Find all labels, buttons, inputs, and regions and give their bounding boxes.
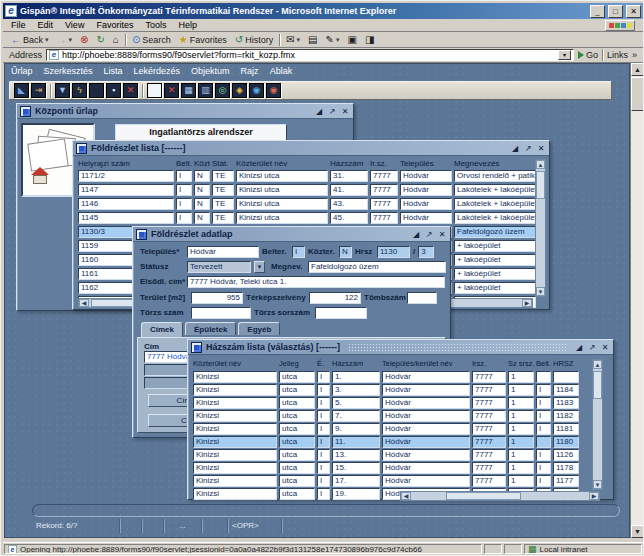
app-menu-szerkesztes[interactable]: Szerkesztés: [44, 66, 93, 76]
run-form-icon[interactable]: ◣: [14, 83, 29, 98]
window-restore-icon[interactable]: ↗: [523, 142, 533, 155]
forward-button[interactable]: → ▾: [55, 34, 75, 45]
window-resize-icon[interactable]: ◢: [314, 105, 324, 118]
address-input[interactable]: e http://phoebe:8889/forms90/f90servlet?…: [46, 49, 574, 61]
window-close-icon[interactable]: ✕: [340, 105, 350, 118]
tab-cimek[interactable]: Címek: [141, 322, 183, 337]
window-resize-icon[interactable]: ◢: [411, 228, 421, 241]
adatlap-titlebar[interactable]: Földrészlet adatlap ◢ ↗ ✕: [133, 227, 450, 242]
minimize-button[interactable]: _: [590, 5, 605, 18]
elsodl-cim-field[interactable]: 7777 Hódvár, Teleki utca 1.: [187, 276, 445, 288]
new-doc-icon[interactable]: [147, 83, 162, 98]
hazszam-table-row[interactable]: Kinizsi utca I 1. Hódvár 7777 1: [193, 371, 581, 383]
app-menu-lista[interactable]: Lista: [104, 66, 123, 76]
delete-record-icon[interactable]: ✕: [123, 83, 138, 98]
window-close-icon[interactable]: ✕: [536, 142, 546, 155]
hazszam-titlebar[interactable]: Házszám lista (választás) [------] ◢ ↗ ✕: [188, 340, 613, 355]
hazszam-table-row[interactable]: Kinizsi utca I 17. Hódvár 7777 1 I 1177: [193, 475, 581, 487]
links-chevron-icon[interactable]: »: [632, 50, 637, 60]
hrsz-alszam-field[interactable]: 3: [418, 246, 434, 258]
hazszam-table-row[interactable]: Kinizsi utca I 5. Hódvár 7777 1 I 1183: [193, 397, 581, 409]
insert-record-icon[interactable]: ▪: [106, 83, 121, 98]
hazszam-vscrollbar[interactable]: ▲▼: [592, 359, 603, 490]
favorites-button[interactable]: ★ Favorites: [177, 34, 229, 45]
foldreszlet-table-row[interactable]: 1145 I N TE Kinizsi utca 45. 7777 Hódvár…: [78, 212, 538, 224]
globe-icon[interactable]: ◉: [266, 83, 281, 98]
foldreszlet-vscrollbar[interactable]: ▲▼: [535, 159, 546, 297]
back-dropdown-icon[interactable]: ▾: [45, 36, 49, 44]
discuss-button[interactable]: ▣: [345, 34, 358, 45]
window-resize-icon[interactable]: ◢: [574, 341, 584, 354]
window-close-icon[interactable]: ✕: [600, 341, 610, 354]
menu-favorites[interactable]: Favorites: [96, 20, 133, 30]
menu-file[interactable]: File: [11, 20, 26, 30]
window-resize-icon[interactable]: ◢: [510, 142, 520, 155]
terkepszelveny-field[interactable]: 122: [309, 292, 361, 304]
search-button[interactable]: ⊙ Search: [130, 34, 173, 45]
enter-query-icon[interactable]: ▼: [55, 83, 70, 98]
forward-dropdown-icon[interactable]: ▾: [69, 36, 73, 44]
print-button[interactable]: ▤: [306, 34, 319, 45]
scroll-up-icon[interactable]: ▲: [631, 63, 644, 76]
history-button[interactable]: ↺ History: [233, 34, 275, 45]
statusz-field[interactable]: Tervezett: [187, 261, 251, 273]
menu-help[interactable]: Help: [178, 20, 197, 30]
hazszam-table-row[interactable]: Kinizsi utca I 9. Hódvár 7777 1 I 1181: [193, 423, 581, 435]
execute-query-icon[interactable]: ϟ: [72, 83, 87, 98]
world-icon[interactable]: ◉: [249, 83, 264, 98]
hazszam-table-row[interactable]: Kinizsi utca I 3. Hódvár 7777 1 I 1184: [193, 384, 581, 396]
torzs-sorszam-field[interactable]: [315, 307, 367, 319]
hazszam-table-row[interactable]: Kinizsi utca I 13. Hódvár 7777 1 I 1126: [193, 449, 581, 461]
window-restore-icon[interactable]: ↗: [424, 228, 434, 241]
list-window-icon[interactable]: ▦: [181, 83, 196, 98]
address-dropdown-icon[interactable]: ▾: [558, 50, 571, 60]
hrsz-field[interactable]: 1130: [377, 246, 410, 258]
remove-doc-icon[interactable]: ✕: [164, 83, 179, 98]
mail-button[interactable]: ✉ ▾: [284, 34, 302, 45]
close-button[interactable]: ✕: [626, 5, 641, 18]
tab-epuletek[interactable]: Épületek: [185, 322, 236, 335]
hazszam-table-row[interactable]: Kinizsi utca I 15. Hódvár 7777 1 I 1178: [193, 462, 581, 474]
hazszam-table-row[interactable]: Kinizsi utca I 11. Hódvár 7777 1 1180: [193, 436, 581, 448]
foldreszlet-table-row[interactable]: 1171/2 I N TE Kinizsi utca 31. 7777 Hódv…: [78, 170, 538, 182]
statusz-dropdown-icon[interactable]: ▼: [254, 261, 265, 273]
foldreszlet-table-row[interactable]: 1146 I N TE Kinizsi utca 43. 7777 Hódvár…: [78, 198, 538, 210]
scrollbar-thumb[interactable]: [631, 77, 644, 111]
app-menu-rajz[interactable]: Rajz: [241, 66, 259, 76]
window-close-icon[interactable]: ✕: [437, 228, 447, 241]
go-button[interactable]: Go: [578, 50, 598, 60]
stop-button[interactable]: ⊗: [78, 34, 90, 45]
menu-tools[interactable]: Tools: [145, 20, 166, 30]
maximize-button[interactable]: □: [608, 5, 623, 18]
window-restore-icon[interactable]: ↗: [587, 341, 597, 354]
foldreszlet-lista-titlebar[interactable]: Földrészlet lista [------] ◢ ↗ ✕: [73, 141, 549, 156]
cancel-query-icon[interactable]: [89, 83, 104, 98]
app-menu-ablak[interactable]: Ablak: [270, 66, 293, 76]
kozponti-titlebar[interactable]: Központi űrlap ◢ ↗ ✕: [17, 104, 353, 119]
window-restore-icon[interactable]: ↗: [327, 105, 337, 118]
zoom-map-icon[interactable]: ◎: [215, 83, 230, 98]
app-menu-urlap[interactable]: Űrlap: [11, 66, 33, 76]
telepules-field[interactable]: Hódvár: [187, 246, 259, 258]
menu-edit[interactable]: Edit: [38, 20, 54, 30]
messenger-button[interactable]: ◨: [363, 34, 376, 45]
ie-vertical-scrollbar[interactable]: ▲ ▼: [630, 63, 643, 538]
terulet-field[interactable]: 955: [191, 292, 243, 304]
kozter-field[interactable]: N: [339, 246, 352, 258]
edit-button[interactable]: ✎ ▾: [324, 34, 342, 45]
exit-icon[interactable]: ⇥: [31, 83, 46, 98]
menu-view[interactable]: View: [65, 20, 84, 30]
app-menu-objektum[interactable]: Objektum: [191, 66, 230, 76]
edit-dropdown-icon[interactable]: ▾: [336, 36, 340, 44]
refresh-button[interactable]: ↻: [94, 34, 106, 45]
foldreszlet-table-row[interactable]: 1147 I N TE Kinizsi utca 41. 7777 Hódvár…: [78, 184, 538, 196]
address-url[interactable]: http://phoebe:8889/forms90/f90servlet?fo…: [62, 50, 555, 60]
home-button[interactable]: ⌂: [111, 34, 121, 45]
tombszam-field[interactable]: [407, 292, 437, 304]
mail-dropdown-icon[interactable]: ▾: [297, 36, 301, 44]
megnev-field[interactable]: Fafeldolgozó üzem: [308, 261, 446, 273]
scroll-down-icon[interactable]: ▼: [631, 525, 644, 538]
hazszam-table-row[interactable]: Kinizsi utca I 7. Hódvár 7777 1 I 1182: [193, 410, 581, 422]
map-select-icon[interactable]: ◈: [232, 83, 247, 98]
app-menu-lekerdezes[interactable]: Lekérdezés: [134, 66, 181, 76]
